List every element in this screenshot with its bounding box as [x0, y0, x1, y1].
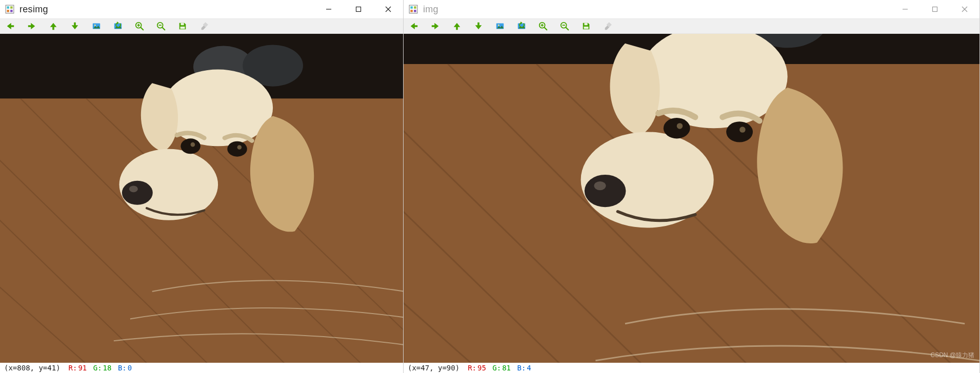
- titlebar[interactable]: resimg: [0, 0, 403, 18]
- window-controls: [890, 0, 979, 18]
- status-b-label: B:: [517, 364, 526, 372]
- titlebar[interactable]: img: [404, 0, 979, 18]
- maximize-button[interactable]: [920, 0, 950, 18]
- save-icon[interactable]: [581, 21, 591, 31]
- displayed-image: [404, 34, 979, 363]
- close-button[interactable]: [373, 0, 403, 18]
- image-viewport[interactable]: [0, 34, 403, 363]
- status-bar: (x=47, y=90) R: 95 G: 81 B: 4: [404, 363, 979, 373]
- zoom-out-icon[interactable]: [559, 21, 570, 31]
- status-g-label: G:: [492, 364, 501, 372]
- arrow-down-icon[interactable]: [70, 21, 80, 31]
- status-r-value: 95: [477, 364, 486, 372]
- status-coords: (x=47, y=90): [408, 364, 459, 372]
- image-refresh-icon[interactable]: [516, 21, 527, 31]
- minimize-button[interactable]: [314, 0, 344, 18]
- status-r-value: 91: [78, 364, 87, 372]
- clear-icon[interactable]: [199, 21, 209, 31]
- toolbar: [0, 18, 403, 34]
- window-controls: [314, 0, 403, 18]
- status-coords: (x=808, y=41): [4, 364, 61, 372]
- clear-icon[interactable]: [603, 21, 613, 31]
- status-r-label: R:: [468, 364, 476, 372]
- window-title: img: [423, 4, 890, 15]
- status-bar: (x=808, y=41) R: 91 G: 18 B: 0: [0, 363, 403, 373]
- toolbar: [404, 18, 979, 34]
- status-b-value: 4: [527, 364, 531, 372]
- status-g-value: 18: [103, 364, 112, 372]
- arrow-right-icon[interactable]: [430, 21, 441, 31]
- save-icon[interactable]: [177, 21, 188, 31]
- status-g-label: G:: [93, 364, 102, 372]
- close-button[interactable]: [950, 0, 979, 18]
- window-title: resimg: [19, 4, 314, 15]
- arrow-down-icon[interactable]: [473, 21, 484, 31]
- app-icon: [5, 5, 14, 14]
- app-icon: [409, 5, 418, 14]
- status-b-label: B:: [118, 364, 127, 372]
- maximize-button[interactable]: [344, 0, 373, 18]
- displayed-image: [0, 34, 403, 363]
- arrow-up-icon[interactable]: [452, 21, 462, 31]
- image-icon[interactable]: [91, 21, 102, 31]
- arrow-left-icon[interactable]: [409, 21, 419, 31]
- arrow-up-icon[interactable]: [48, 21, 58, 31]
- zoom-in-icon[interactable]: [538, 21, 548, 31]
- image-viewport[interactable]: CSDN @猿力猪: [404, 34, 979, 363]
- arrow-right-icon[interactable]: [27, 21, 37, 31]
- zoom-out-icon[interactable]: [156, 21, 166, 31]
- window-img: img CSDN @猿力猪 (x=47, y=90) R: 95 G: 81 B…: [404, 0, 980, 373]
- image-refresh-icon[interactable]: [113, 21, 123, 31]
- status-r-label: R:: [69, 364, 77, 372]
- zoom-in-icon[interactable]: [134, 21, 145, 31]
- status-b-value: 0: [128, 364, 132, 372]
- minimize-button[interactable]: [890, 0, 920, 18]
- window-resimg: resimg (x=808, y=41) R: 91 G: 18 B: 0: [0, 0, 404, 373]
- status-g-value: 81: [502, 364, 511, 372]
- arrow-left-icon[interactable]: [5, 21, 15, 31]
- image-icon[interactable]: [495, 21, 505, 31]
